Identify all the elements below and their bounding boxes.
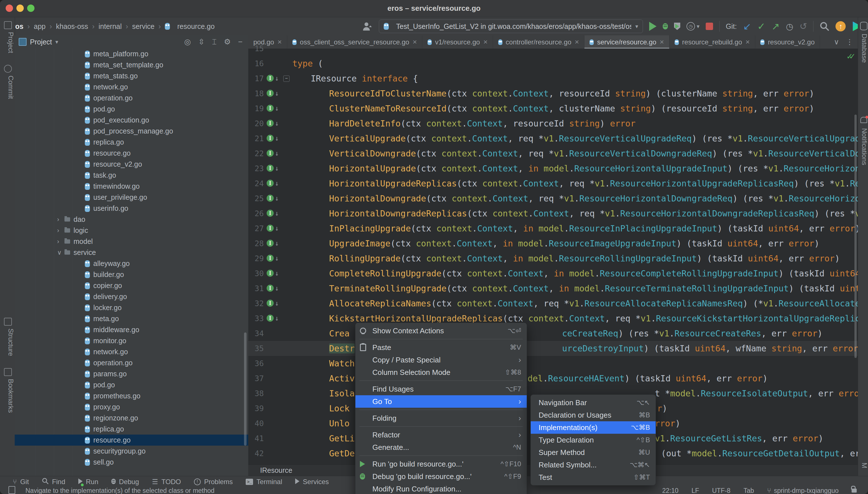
profiler-button[interactable]: ◷▾ xyxy=(687,22,699,31)
implemented-marker-icon[interactable]: I xyxy=(267,90,274,97)
notifications-bell-icon[interactable] xyxy=(860,117,867,123)
tool-window-structure[interactable]: Structure xyxy=(0,328,15,356)
breadcrumb-item[interactable]: app xyxy=(34,22,45,31)
code-line-36[interactable]: 36Watch xyxy=(248,356,858,371)
project-tool-icon[interactable] xyxy=(4,21,12,29)
implemented-marker-icon[interactable]: I xyxy=(267,165,274,172)
tree-item-resource_v2-go[interactable]: resource_v2.go xyxy=(15,159,248,170)
code-line-34[interactable]: 34CreaceCreateReq) (res *v1.ResourceCrea… xyxy=(248,326,858,341)
menu-item-declaration-or-usages[interactable]: Declaration or Usages⌘B xyxy=(531,409,656,421)
menu-item-run-go-build-resource-go[interactable]: Run 'go build resource.go...'^⇧F10 xyxy=(355,458,527,470)
tool-window-button-problems[interactable]: !Problems xyxy=(194,478,233,486)
fold-marker-icon[interactable]: − xyxy=(283,76,290,82)
commit-tool-icon[interactable] xyxy=(4,65,12,73)
code-line-31[interactable]: 31I↓TerminateRollingUpgrade(ctx context.… xyxy=(248,281,858,296)
tree-item-network-go[interactable]: network.go xyxy=(15,81,248,93)
implemented-marker-icon[interactable]: I xyxy=(267,255,274,262)
tree-item-middleware-go[interactable]: middleware.go xyxy=(15,324,248,335)
structure-tool-icon[interactable] xyxy=(4,318,12,326)
debug-button[interactable] xyxy=(663,23,668,30)
indent-style[interactable]: Tab xyxy=(744,487,754,494)
menu-item-folding[interactable]: Folding› xyxy=(355,412,527,424)
code-line-22[interactable]: 22I↓VerticalDowngrade(ctx context.Contex… xyxy=(248,146,858,161)
code-line-33[interactable]: 33I↓KickstartHorizontalUpgradeReplicas(c… xyxy=(248,311,858,326)
implemented-marker-icon[interactable]: I xyxy=(267,120,274,127)
tree-item-meta_set_template-go[interactable]: meta_set_template.go xyxy=(15,59,248,71)
tree-item-service[interactable]: ∨service xyxy=(15,247,248,258)
implemented-marker-icon[interactable]: I xyxy=(267,315,274,322)
tree-item-proxy-go[interactable]: proxy.go xyxy=(15,401,248,413)
implemented-marker-icon[interactable]: I xyxy=(267,300,274,307)
tree-item-model[interactable]: ›model xyxy=(15,236,248,247)
implemented-marker-icon[interactable]: I xyxy=(267,240,274,247)
code-line-29[interactable]: 29I↓RollingUpgrade(ctx context.Context, … xyxy=(248,251,858,266)
git-branch-widget[interactable]: ⑂ sprint-dmp-txqiangguo xyxy=(767,487,839,494)
collapse-all-button[interactable]: ⌶ xyxy=(212,38,217,46)
chevron-down-icon[interactable]: ∨ xyxy=(57,249,64,256)
project-panel-title[interactable]: Project xyxy=(30,38,52,46)
expand-all-button[interactable]: ⇳ xyxy=(198,37,205,46)
code-line-18[interactable]: 18I↓ResourceIdToClusterName(ctx context.… xyxy=(248,86,858,101)
code-line-19[interactable]: 19I↓ClusterNameToResourceId(ctx context.… xyxy=(248,101,858,116)
tree-item-locker-go[interactable]: locker.go xyxy=(15,302,248,313)
run-configuration-select[interactable]: Test_UserInfo_GetList_V2 in git.woa.com/… xyxy=(379,20,643,33)
tree-item-userinfo-go[interactable]: userinfo.go xyxy=(15,203,248,214)
menu-item-debug-go-build-resource-go[interactable]: Debug 'go build resource.go...'^⇧F9 xyxy=(355,470,527,483)
tree-item-pod-go[interactable]: pod.go xyxy=(15,379,248,391)
locate-file-button[interactable]: ◎ xyxy=(184,37,191,46)
tool-window-button-todo[interactable]: ☰TODO xyxy=(152,478,181,486)
tree-item-meta_stats-go[interactable]: meta_stats.go xyxy=(15,71,248,81)
undo-button[interactable]: ↺ xyxy=(800,21,807,32)
tool-window-bookmarks[interactable]: Bookmarks xyxy=(0,379,15,413)
code-line-25[interactable]: 25I↓HorizontalDowngrade(ctx context.Cont… xyxy=(248,191,858,206)
tree-item-builder-go[interactable]: builder.go xyxy=(15,269,248,280)
menu-item-go-to[interactable]: Go To› xyxy=(355,395,527,408)
tree-item-copier-go[interactable]: copier.go xyxy=(15,280,248,291)
code-line-20[interactable]: 20I↓HardDeleteInfo(ctx context.Context, … xyxy=(248,116,858,131)
code-line-26[interactable]: 26I↓HorizontalDowngradeReplicas(ctx cont… xyxy=(248,206,858,221)
search-everywhere-button[interactable] xyxy=(820,21,829,31)
code-line-15[interactable]: 15 xyxy=(248,41,858,56)
menu-item-paste[interactable]: Paste⌘V xyxy=(355,341,527,354)
tree-item-sell-go[interactable]: sell.go xyxy=(15,457,248,468)
breadcrumb-item[interactable]: internal xyxy=(99,22,122,31)
tree-item-monitor-go[interactable]: monitor.go xyxy=(15,335,248,346)
run-button[interactable] xyxy=(649,22,656,31)
tool-window-button-run[interactable]: Run xyxy=(78,478,98,486)
tree-item-logic[interactable]: ›logic xyxy=(15,225,248,236)
tool-window-project[interactable]: Project xyxy=(0,32,15,53)
tree-item-operation-go[interactable]: operation.go xyxy=(15,357,248,368)
tree-item-regionzone-go[interactable]: regionzone.go xyxy=(15,413,248,423)
tool-window-notifications[interactable]: Notifications xyxy=(858,128,868,165)
code-line-21[interactable]: 21I↓VerticalUpgrade(ctx context.Context,… xyxy=(248,131,858,146)
inspections-ok-icon[interactable]: ✓✓ xyxy=(846,52,850,61)
tool-window-button-git[interactable]: ⑂Git xyxy=(13,478,29,486)
code-line-35[interactable]: 35DestrurceDestroyInput) (taskId uint64,… xyxy=(248,341,858,356)
chevron-down-icon[interactable]: ▾ xyxy=(55,38,58,45)
menu-item-related-symbol[interactable]: Related Symbol...⌥⌘↖ xyxy=(531,459,656,471)
editor-scrollbar[interactable] xyxy=(854,115,857,358)
menu-item-show-context-actions[interactable]: Show Context Actions⌥⏎ xyxy=(355,324,527,337)
code-line-32[interactable]: 32I↓AllocateReplicaNames(ctx context.Con… xyxy=(248,296,858,311)
tree-item-user_privilege-go[interactable]: user_privilege.go xyxy=(15,192,248,203)
menu-item-find-usages[interactable]: Find Usages⌥F7 xyxy=(355,383,527,395)
history-button[interactable]: ◷ xyxy=(786,21,793,32)
tool-window-button-debug[interactable]: Debug xyxy=(112,478,139,486)
git-commit-button[interactable]: ✓ xyxy=(757,21,765,32)
menu-item-refactor[interactable]: Refactor› xyxy=(355,429,527,441)
implemented-marker-icon[interactable]: I xyxy=(267,195,274,202)
tree-item-pod_execution-go[interactable]: pod_execution.go xyxy=(15,115,248,126)
file-encoding[interactable]: UTF-8 xyxy=(712,487,730,494)
implemented-marker-icon[interactable]: I xyxy=(267,180,274,187)
tree-item-task-go[interactable]: task.go xyxy=(15,170,248,181)
tree-item-timewindow-go[interactable]: timewindow.go xyxy=(15,181,248,192)
menu-item-test[interactable]: Test⇧⌘T xyxy=(531,471,656,483)
code-line-16[interactable]: 16type ( xyxy=(248,56,858,71)
unlock-icon[interactable] xyxy=(852,489,857,493)
tree-item-meta-go[interactable]: meta.go xyxy=(15,313,248,324)
tree-item-replica-go[interactable]: replica.go xyxy=(15,423,248,435)
tool-window-button-terminal[interactable]: >_Terminal xyxy=(246,478,282,486)
implemented-marker-icon[interactable]: I xyxy=(267,75,274,82)
tree-item-delivery-go[interactable]: delivery.go xyxy=(15,291,248,302)
tree-item-alleyway-go[interactable]: alleyway.go xyxy=(15,258,248,269)
